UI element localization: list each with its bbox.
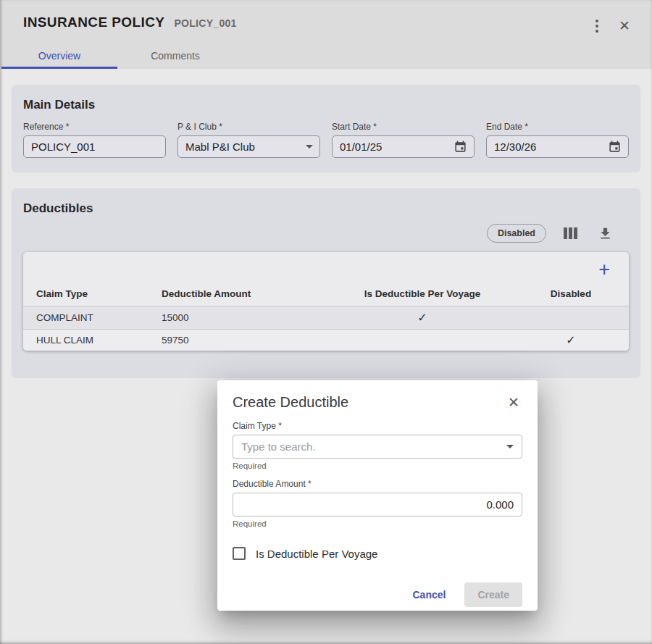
chevron-down-icon [306, 145, 313, 149]
policy-reference-subtitle: POLICY_001 [174, 17, 236, 29]
check-icon: ✓ [520, 333, 622, 347]
reference-input[interactable] [31, 141, 159, 153]
claim-type-search-input[interactable] [241, 440, 506, 453]
claim-type-field: Claim Type * Required [233, 421, 522, 470]
start-date-label: Start Date * [332, 122, 475, 132]
deductibles-toolbar: Disabled [23, 220, 629, 246]
calendar-icon[interactable] [454, 140, 467, 154]
claim-type-label: Claim Type * [233, 421, 522, 431]
columns-icon[interactable] [561, 225, 580, 242]
col-disabled: Disabled [520, 288, 622, 299]
end-date-value: 12/30/26 [494, 141, 536, 153]
calendar-icon[interactable] [608, 140, 622, 154]
main-details-section: Main Details Reference * P & I Club * Ma… [12, 85, 640, 172]
deductible-amount-input[interactable] [241, 498, 514, 511]
end-date-label: End Date * [486, 122, 629, 132]
col-deductible-amount: Deductible Amount [162, 288, 325, 299]
dialog-header: INSURANCE POLICY POLICY_001 ✕ Overview C… [0, 0, 652, 69]
start-date-input[interactable]: 01/01/25 [332, 135, 475, 158]
required-hint: Required [233, 519, 522, 528]
tab-overview[interactable]: Overview [1, 45, 117, 69]
more-options-icon[interactable] [593, 17, 601, 35]
add-deductible-button[interactable]: + [598, 261, 610, 278]
cell-amount: 59750 [162, 335, 325, 346]
create-button[interactable]: Create [464, 582, 522, 607]
deductibles-heading: Deductibles [23, 201, 629, 216]
close-icon[interactable]: ✕ [616, 16, 633, 35]
chevron-down-icon[interactable] [506, 445, 514, 448]
reference-label: Reference * [23, 122, 166, 132]
cell-amount: 15000 [162, 312, 325, 323]
club-field: P & I Club * Mabl P&I Club [177, 122, 320, 158]
start-date-field: Start Date * 01/01/25 [332, 122, 475, 158]
required-hint: Required [233, 461, 522, 470]
per-voyage-checkbox-row[interactable]: Is Deductible Per Voyage [233, 547, 522, 560]
end-date-input[interactable]: 12/30/26 [486, 135, 629, 158]
insurance-policy-dialog: INSURANCE POLICY POLICY_001 ✕ Overview C… [0, 0, 652, 644]
club-select[interactable]: Mabl P&I Club [177, 135, 320, 158]
cell-claim-type: COMPLAINT [36, 312, 162, 323]
create-deductible-modal: Create Deductible ✕ Claim Type * Require… [217, 380, 538, 611]
tab-bar: Overview Comments [0, 45, 652, 69]
club-label: P & I Club * [177, 122, 320, 132]
deductibles-table: + Claim Type Deductible Amount Is Deduct… [23, 252, 629, 351]
deductible-amount-field: Deductible Amount * Required [233, 479, 522, 528]
per-voyage-checkbox-label: Is Deductible Per Voyage [256, 548, 377, 560]
deductibles-section: Deductibles Disabled + Claim Type Deduct… [12, 188, 640, 378]
deductible-amount-label: Deductible Amount * [233, 479, 522, 489]
col-per-voyage: Is Deductible Per Voyage [325, 288, 520, 299]
dialog-body: Main Details Reference * P & I Club * Ma… [0, 69, 652, 378]
disabled-filter-chip[interactable]: Disabled [487, 224, 546, 243]
check-icon: ✓ [325, 311, 520, 325]
cancel-button[interactable]: Cancel [412, 589, 446, 601]
table-header-row: Claim Type Deductible Amount Is Deductib… [23, 281, 629, 306]
col-claim-type: Claim Type [36, 288, 162, 299]
start-date-value: 01/01/25 [340, 141, 382, 153]
main-details-heading: Main Details [23, 98, 629, 112]
tab-comments[interactable]: Comments [117, 45, 233, 69]
download-icon[interactable] [595, 223, 616, 244]
table-row[interactable]: COMPLAINT 15000 ✓ [23, 306, 629, 329]
table-row[interactable]: HULL CLAIM 59750 ✓ [23, 329, 629, 351]
reference-field: Reference * [23, 122, 166, 158]
page-title: INSURANCE POLICY [23, 14, 164, 30]
per-voyage-checkbox[interactable] [233, 547, 246, 560]
modal-close-icon[interactable]: ✕ [505, 393, 522, 412]
end-date-field: End Date * 12/30/26 [486, 122, 629, 158]
modal-title: Create Deductible [233, 394, 348, 411]
cell-claim-type: HULL CLAIM [36, 335, 162, 346]
club-select-value: Mabl P&I Club [185, 141, 255, 153]
